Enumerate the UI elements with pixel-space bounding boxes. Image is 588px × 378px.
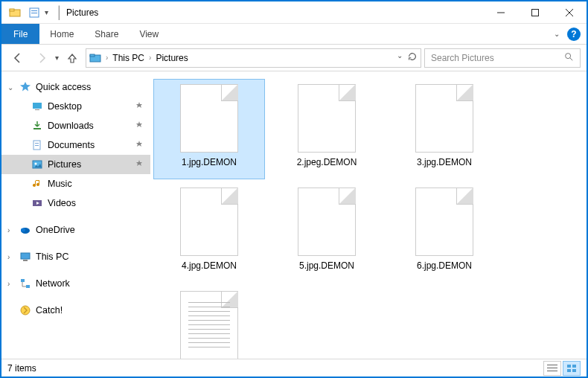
minimize-button[interactable] (484, 1, 518, 24)
sidebar-this-pc[interactable]: › This PC (1, 247, 150, 266)
chevron-right-icon[interactable]: › (7, 226, 10, 234)
file-name: 4.jpg.DEMON (182, 260, 237, 271)
details-view-button[interactable] (543, 361, 561, 376)
recent-dropdown-icon[interactable]: ▾ (55, 54, 59, 62)
svg-rect-37 (572, 369, 576, 372)
status-bar: 7 items (1, 359, 587, 377)
chevron-right-icon[interactable]: › (106, 54, 108, 62)
file-name: 6.jpg.DEMON (417, 260, 472, 271)
svg-rect-35 (572, 365, 576, 368)
network-icon (19, 278, 31, 289)
file-list[interactable]: 1.jpg.DEMON2.jpeg.DEMON3.jpg.DEMON4.jpg.… (150, 71, 587, 359)
svg-rect-36 (567, 369, 571, 372)
ribbon-expand-icon[interactable]: ⌄ (554, 30, 560, 38)
videos-icon (31, 197, 43, 209)
sidebar-onedrive[interactable]: › OneDrive (1, 220, 150, 240)
blank-file-icon (180, 84, 238, 153)
sidebar-item-label: This PC (36, 252, 68, 262)
star-icon (19, 81, 31, 93)
body: ⌄ Quick access DesktopDownloadsDocuments… (1, 71, 587, 359)
file-item[interactable]: 4.jpg.DEMON (153, 182, 265, 283)
file-item[interactable]: 3.jpg.DEMON (389, 79, 500, 179)
chevron-right-icon[interactable]: › (7, 253, 10, 261)
sidebar-network[interactable]: › Network (1, 274, 150, 293)
search-icon (563, 51, 574, 64)
help-button[interactable]: ? (567, 28, 581, 41)
svg-point-20 (35, 163, 37, 165)
file-name: 3.jpg.DEMON (417, 157, 472, 167)
tab-home[interactable]: Home (39, 24, 84, 44)
svg-rect-31 (547, 365, 557, 365)
sidebar-item-desktop[interactable]: Desktop (1, 97, 150, 116)
search-placeholder: Search Pictures (431, 53, 494, 63)
sidebar-catch[interactable]: Catch! (1, 301, 150, 320)
back-button[interactable] (7, 48, 28, 68)
close-button[interactable] (552, 1, 587, 24)
svg-rect-17 (35, 143, 39, 144)
file-name: 1.jpg.DEMON (182, 157, 237, 167)
breadcrumb-this-pc[interactable]: This PC (112, 53, 144, 63)
refresh-icon[interactable] (407, 51, 418, 64)
blank-file-icon (415, 84, 473, 153)
documents-icon (31, 139, 43, 151)
tab-view[interactable]: View (129, 24, 169, 44)
svg-rect-10 (90, 54, 95, 57)
explorer-window: ▾ │ Pictures File Home Share View ⌄ ? (1, 1, 587, 377)
quick-access-toolbar: ▾ (1, 4, 53, 21)
chevron-right-icon[interactable]: › (7, 280, 10, 288)
svg-rect-24 (21, 253, 30, 259)
onedrive-icon (19, 224, 31, 236)
sidebar-quick-access[interactable]: ⌄ Quick access (1, 77, 150, 97)
maximize-button[interactable] (518, 1, 552, 24)
status-item-count: 7 items (7, 363, 36, 374)
sidebar-item-documents[interactable]: Documents (1, 135, 150, 155)
sidebar-item-label: Desktop (48, 101, 82, 112)
title-bar: ▾ │ Pictures (1, 1, 587, 24)
sidebar-item-pictures[interactable]: Pictures (1, 155, 150, 174)
sidebar-item-downloads[interactable]: Downloads (1, 116, 150, 135)
forward-button[interactable] (31, 48, 52, 68)
tab-share[interactable]: Share (84, 24, 129, 44)
large-icons-view-button[interactable] (563, 361, 581, 376)
explorer-app-icon[interactable] (6, 4, 24, 21)
sidebar-item-music[interactable]: Music (1, 174, 150, 193)
svg-rect-4 (31, 13, 37, 13)
music-icon (31, 178, 43, 190)
ribbon: File Home Share View ⌄ ? (1, 24, 587, 45)
sidebar-item-label: Documents (48, 140, 95, 150)
file-item[interactable]: 1.jpg.DEMON (153, 79, 265, 179)
sidebar-item-label: Music (48, 179, 72, 189)
file-tab[interactable]: File (1, 24, 39, 44)
blank-file-icon (180, 188, 238, 256)
chevron-down-icon[interactable]: ⌄ (7, 83, 13, 92)
sidebar-item-label: Videos (48, 198, 76, 208)
window-controls (484, 1, 587, 24)
file-item[interactable]: 6.jpg.DEMON (389, 182, 500, 283)
search-input[interactable]: Search Pictures (424, 48, 581, 68)
window-title: Pictures (66, 7, 98, 18)
chevron-right-icon[interactable]: › (149, 54, 151, 62)
svg-rect-27 (26, 285, 30, 288)
pin-icon (135, 121, 143, 130)
file-item[interactable]: 5.jpg.DEMON (271, 182, 383, 283)
svg-point-11 (566, 54, 571, 59)
address-bar[interactable]: › This PC › Pictures ⌄ (86, 48, 421, 68)
blank-file-icon (298, 188, 356, 256)
svg-rect-26 (21, 279, 25, 282)
blank-file-icon (415, 188, 473, 256)
svg-rect-25 (23, 260, 28, 261)
breadcrumb-pictures[interactable]: Pictures (156, 53, 188, 63)
up-button[interactable] (62, 48, 83, 68)
navigation-pane: ⌄ Quick access DesktopDownloadsDocuments… (1, 71, 150, 359)
file-item[interactable]: 2.jpeg.DEMON (271, 79, 383, 179)
qat-dropdown-icon[interactable]: ▾ (45, 8, 48, 16)
properties-icon[interactable] (25, 4, 43, 21)
sidebar-item-videos[interactable]: Videos (1, 193, 150, 213)
sidebar-item-label: Network (36, 278, 70, 289)
address-row: ▾ › This PC › Pictures ⌄ Search Pictures (1, 45, 587, 71)
title-separator: │ (56, 6, 63, 19)
svg-rect-32 (547, 368, 557, 368)
this-pc-icon (19, 251, 31, 263)
address-dropdown-icon[interactable]: ⌄ (397, 51, 403, 64)
file-item[interactable]: README.txt (153, 286, 265, 359)
